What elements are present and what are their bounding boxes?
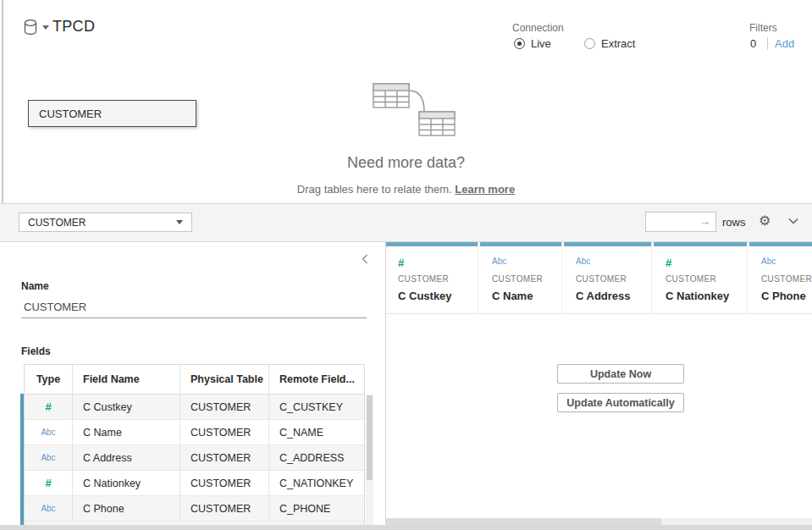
window-bottom-strip (0, 525, 812, 530)
go-arrow-icon[interactable]: → (699, 215, 710, 228)
fields-header-0[interactable]: Type (25, 365, 73, 394)
number-icon: # (25, 471, 73, 495)
field-name-cell: C Address (73, 445, 180, 470)
column-table-name: CUSTOMER (492, 274, 561, 284)
grid-column-c-address[interactable]: AbcCUSTOMERC Address (564, 242, 652, 313)
grid-column-c-name[interactable]: AbcCUSTOMERC Name (480, 242, 562, 313)
radio-live-label: Live (531, 37, 551, 50)
grid-header-underline (386, 313, 812, 314)
filters-add-link[interactable]: Add (775, 37, 794, 50)
column-accent-bar (749, 242, 812, 246)
grid-column-c-custkey[interactable]: #CUSTOMERC Custkey (386, 242, 478, 313)
table-select-value: CUSTOMER (28, 217, 86, 229)
physical-table-cell: CUSTOMER (180, 395, 269, 419)
number-icon: # (25, 395, 73, 419)
logical-table-label: CUSTOMER (39, 108, 102, 120)
number-icon: # (666, 257, 747, 269)
physical-table-cell: CUSTOMER (180, 471, 269, 495)
rows-input-wrap: → (645, 212, 716, 232)
data-preview-grid: #CUSTOMERC CustkeyAbcCUSTOMERC NameAbcCU… (386, 242, 812, 525)
column-field-name: C Custkey (398, 290, 478, 302)
filters-count: 0 (750, 37, 756, 50)
field-name-cell: C Name (73, 420, 180, 444)
field-row-c-nationkey[interactable]: #C NationkeyCUSTOMERC_NATIONKEY (25, 471, 364, 496)
grid-column-c-phone[interactable]: AbcCUSTOMERC Phone (749, 242, 812, 313)
field-name-cell: C Nationkey (73, 471, 180, 495)
collapse-panel-icon[interactable] (362, 254, 368, 264)
remote-field-cell: C_NATIONKEY (269, 471, 364, 495)
name-input[interactable] (21, 296, 367, 313)
database-icon[interactable] (24, 19, 39, 37)
radio-live[interactable]: Live (514, 37, 551, 50)
string-icon: Abc (25, 420, 73, 444)
column-table-name: CUSTOMER (761, 274, 812, 284)
grid-columns: #CUSTOMERC CustkeyAbcCUSTOMERC NameAbcCU… (386, 242, 812, 313)
logical-table-customer[interactable]: CUSTOMER (28, 100, 196, 127)
field-row-c-name[interactable]: AbcC NameCUSTOMERC_NAME (25, 420, 364, 445)
fields-table-body: #C CustkeyCUSTOMERC_CUSTKEYAbcC NameCUST… (25, 395, 364, 525)
gear-icon[interactable]: ⚙ (759, 213, 771, 229)
string-icon: Abc (492, 257, 561, 269)
grid-horizontal-scrollbar[interactable] (386, 518, 812, 525)
fields-table-vertical-scrollbar[interactable] (366, 395, 373, 525)
select-caret-icon (176, 220, 183, 224)
empty-state-hint: Drag tables here to relate them. Learn m… (0, 183, 812, 196)
column-accent-bar (654, 242, 747, 246)
field-row-c-custkey[interactable]: #C CustkeyCUSTOMERC_CUSTKEY (25, 395, 364, 420)
update-automatically-button[interactable]: Update Automatically (557, 393, 684, 412)
fields-label: Fields (21, 345, 51, 357)
field-row-c-phone[interactable]: AbcC PhoneCUSTOMERC_PHONE (25, 496, 364, 522)
column-table-name: CUSTOMER (398, 274, 478, 284)
datasource-title: TPCD (52, 18, 95, 36)
rows-input[interactable] (646, 213, 697, 231)
column-field-name: C Nationkey (666, 290, 747, 302)
relate-tables-illustration-icon (367, 80, 461, 139)
chevron-down-icon[interactable] (788, 218, 798, 224)
selected-table-stripe (20, 394, 24, 525)
empty-state-title: Need more data? (0, 154, 812, 172)
filters-label: Filters (749, 22, 777, 34)
tableau-datasource-page: TPCD Connection Live Extract Filters 0 A… (0, 0, 812, 530)
remote-field-cell: C_NAME (269, 420, 364, 444)
physical-table-cell: CUSTOMER (180, 445, 269, 470)
string-icon: Abc (761, 257, 812, 269)
string-icon: Abc (576, 257, 651, 269)
column-accent-bar (564, 242, 651, 246)
field-name-cell: C Phone (73, 496, 180, 521)
remote-field-cell: C_CUSTKEY (269, 395, 364, 419)
column-field-name: C Phone (761, 290, 812, 302)
fields-table-header: TypeField NamePhysical TableRemote Field… (25, 365, 364, 395)
radio-extract-icon[interactable] (584, 38, 595, 49)
fields-header-2[interactable]: Physical Table (180, 365, 269, 394)
column-table-name: CUSTOMER (666, 274, 747, 284)
radio-extract[interactable]: Extract (584, 37, 635, 50)
remote-field-cell: C_PHONE (269, 496, 364, 521)
rows-label: rows (722, 216, 745, 229)
learn-more-link[interactable]: Learn more (455, 183, 515, 196)
grid-scrollbar-thumb[interactable] (386, 518, 661, 525)
column-field-name: C Address (576, 290, 651, 302)
column-field-name: C Name (492, 290, 561, 302)
field-row-c-address[interactable]: AbcC AddressCUSTOMERC_ADDRESS (25, 445, 364, 471)
fields-table-scrollbar-thumb[interactable] (367, 395, 373, 480)
column-accent-bar (480, 242, 561, 246)
fields-header-1[interactable]: Field Name (73, 365, 180, 394)
table-select-dropdown[interactable]: CUSTOMER (19, 213, 192, 232)
database-menu-caret-icon[interactable] (42, 25, 49, 30)
table-details-panel: Name Fields TypeField NamePhysical Table… (0, 242, 385, 525)
number-icon: # (398, 257, 478, 269)
update-now-button[interactable]: Update Now (557, 364, 684, 384)
fields-header-3[interactable]: Remote Field... (269, 365, 364, 394)
radio-extract-label: Extract (601, 37, 635, 50)
column-table-name: CUSTOMER (576, 274, 651, 284)
name-field-wrap (21, 296, 367, 318)
grid-column-c-nationkey[interactable]: #CUSTOMERC Nationkey (654, 242, 748, 313)
physical-table-cell: CUSTOMER (180, 420, 269, 444)
physical-table-cell: CUSTOMER (180, 496, 269, 521)
fields-table: TypeField NamePhysical TableRemote Field… (24, 364, 365, 525)
field-name-cell: C Custkey (73, 395, 180, 419)
string-icon: Abc (25, 496, 73, 521)
radio-live-icon[interactable] (514, 38, 525, 49)
empty-hint-text: Drag tables here to relate them. (297, 183, 452, 196)
name-label: Name (21, 280, 49, 292)
